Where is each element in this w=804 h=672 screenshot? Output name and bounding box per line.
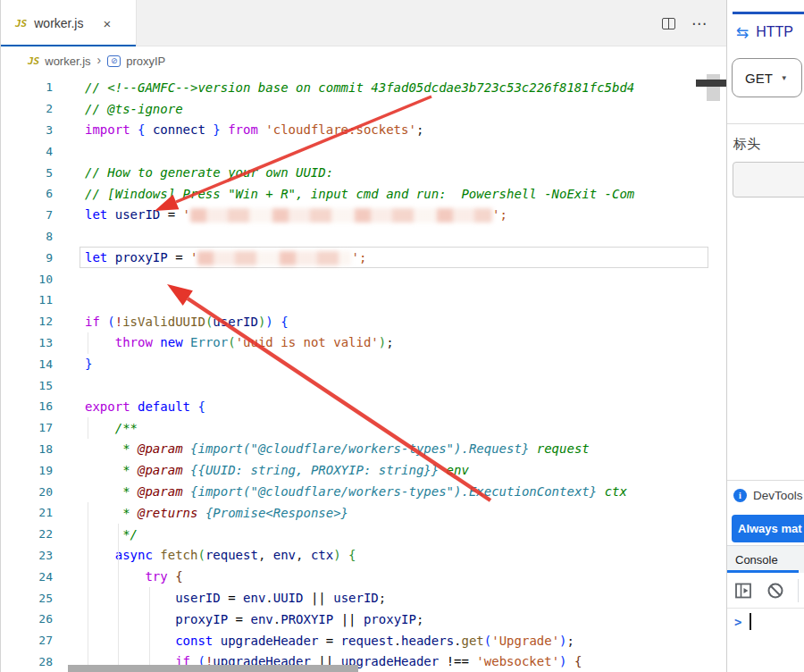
- code-line[interactable]: 14}: [1, 353, 726, 374]
- line-number: 2: [1, 102, 53, 115]
- line-number: 5: [1, 166, 53, 180]
- code-line[interactable]: 9let proxyIP = '';: [1, 247, 726, 268]
- code-line[interactable]: 18 * @param {import("@cloudflare/workers…: [1, 439, 726, 460]
- line-number: 4: [1, 145, 53, 158]
- swap-arrows-icon: ⇆: [736, 25, 749, 40]
- info-icon: i: [733, 489, 747, 502]
- line-number: 6: [1, 187, 53, 200]
- window: JS worker.js × ⋯ JS worker.js › ⊘ proxyI…: [0, 0, 804, 672]
- console-text-cursor: [750, 613, 751, 630]
- line-number: 26: [1, 612, 53, 626]
- tab-close-icon[interactable]: ×: [103, 16, 111, 31]
- code-line[interactable]: 24 try {: [1, 566, 726, 587]
- code-line[interactable]: 12if (!isValidUUID(userID)) {: [1, 311, 726, 332]
- console-tab-bar: Console: [727, 545, 804, 573]
- more-actions-icon[interactable]: ⋯: [691, 16, 707, 31]
- code-line[interactable]: 3import { connect } from 'cloudflare:soc…: [1, 120, 726, 141]
- code-text: proxyIP = env.PROXYIP || proxyIP;: [85, 612, 423, 626]
- line-number: 22: [1, 527, 53, 541]
- redacted-value: [197, 251, 351, 265]
- code-line[interactable]: 2// @ts-ignore: [1, 98, 726, 120]
- line-number: 17: [1, 421, 53, 434]
- code-line[interactable]: 4: [1, 140, 726, 162]
- vertical-scrollbar-thumb[interactable]: [707, 74, 720, 101]
- redacted-value: [190, 208, 492, 223]
- code-text: // <!--GAMFC-->version base on commit 43…: [85, 80, 634, 95]
- code-text: let userID = '';: [85, 207, 507, 223]
- code-text: const upgradeHeader = request.headers.ge…: [85, 634, 574, 648]
- code-line[interactable]: 23 async fetch(request, env, ctx) {: [1, 545, 726, 567]
- line-number: 19: [1, 464, 53, 477]
- code-text: // [Windows] Press "Win + R", input cmd …: [85, 187, 634, 201]
- tab-title: worker.js: [34, 16, 83, 30]
- clear-console-icon[interactable]: [766, 582, 784, 600]
- line-number: 8: [1, 230, 53, 243]
- code-text: * @param {import("@cloudflare/workers-ty…: [85, 441, 590, 456]
- line-number: 9: [1, 251, 53, 265]
- http-panel-header: ⇆ HTTP: [736, 24, 793, 40]
- headers-input[interactable]: [733, 162, 804, 197]
- code-line[interactable]: 7let userID = '';: [1, 205, 726, 226]
- breadcrumb-file[interactable]: worker.js: [45, 55, 90, 68]
- code-text: */: [85, 527, 138, 542]
- code-text: }: [85, 357, 92, 371]
- code-text: // @ts-ignore: [85, 102, 183, 116]
- console-prompt[interactable]: >: [734, 613, 751, 630]
- breadcrumb-symbol[interactable]: proxyIP: [126, 55, 165, 68]
- code-line[interactable]: 21 * @returns {Promise<Response>}: [1, 502, 726, 524]
- line-number: 15: [1, 379, 53, 392]
- code-line[interactable]: 27 const upgradeHeader = request.headers…: [1, 630, 726, 651]
- line-number: 14: [1, 357, 53, 371]
- line-number: 13: [1, 336, 53, 349]
- editor-actions: ⋯: [662, 0, 707, 46]
- code-line[interactable]: 10: [1, 268, 726, 290]
- code-line[interactable]: 22 */: [1, 524, 726, 545]
- line-number: 12: [1, 315, 53, 328]
- breadcrumb: JS worker.js › ⊘ proxyIP: [1, 46, 726, 75]
- always-match-button[interactable]: Always mat: [732, 515, 804, 542]
- line-number: 21: [1, 506, 53, 519]
- line-number: 23: [1, 549, 53, 562]
- horizontal-scrollbar-thumb[interactable]: [68, 665, 358, 672]
- tab-console[interactable]: Console: [727, 553, 778, 567]
- code-line[interactable]: 26 proxyIP = env.PROXYIP || proxyIP;: [1, 609, 726, 630]
- line-number: 3: [1, 123, 53, 137]
- http-panel-title: HTTP: [756, 24, 793, 40]
- symbol-variable-icon: ⊘: [107, 55, 121, 67]
- code-line[interactable]: 11: [1, 290, 726, 311]
- chevron-down-icon: ▼: [781, 74, 788, 82]
- code-text: * @param {{UUID: string, PROXYIP: string…: [85, 463, 469, 477]
- line-number: 28: [1, 655, 53, 668]
- code-line[interactable]: 16export default {: [1, 396, 726, 417]
- code-line[interactable]: 1// <!--GAMFC-->version base on commit 4…: [1, 77, 726, 98]
- code-line[interactable]: 19 * @param {{UUID: string, PROXYIP: str…: [1, 459, 726, 481]
- dock-side-panel-icon[interactable]: [733, 581, 753, 601]
- code-text: import { connect } from 'cloudflare:sock…: [85, 122, 423, 137]
- tab-workerjs[interactable]: JS worker.js ×: [1, 0, 137, 46]
- line-number: 16: [1, 399, 53, 413]
- js-file-icon: JS: [15, 18, 27, 29]
- code-line[interactable]: 17 /**: [1, 417, 726, 439]
- headers-label: 标头: [733, 136, 760, 153]
- devtools-divider: [727, 480, 804, 481]
- overview-ruler-marker: [696, 80, 726, 87]
- devtools-notice-text: DevTools: [753, 489, 803, 502]
- code-text: async fetch(request, env, ctx) {: [85, 548, 356, 562]
- code-text: // How to generate your own UUID:: [85, 165, 333, 180]
- code-line[interactable]: 5// How to generate your own UUID:: [1, 162, 726, 183]
- code-line[interactable]: 13 throw new Error('uuid is not valid');: [1, 332, 726, 354]
- line-number: 27: [1, 634, 53, 647]
- split-editor-icon[interactable]: [662, 18, 675, 29]
- code-line[interactable]: 15: [1, 374, 726, 396]
- code-area[interactable]: 1// <!--GAMFC-->version base on commit 4…: [1, 75, 726, 672]
- method-value: GET: [745, 71, 773, 86]
- code-line[interactable]: 20 * @param {import("@cloudflare/workers…: [1, 481, 726, 502]
- code-line[interactable]: 8: [1, 226, 726, 248]
- method-dropdown[interactable]: GET ▼: [732, 58, 802, 97]
- code-text: throw new Error('uuid is not valid');: [85, 335, 394, 349]
- code-text: let proxyIP = '';: [85, 250, 366, 265]
- line-number: 10: [1, 273, 53, 286]
- line-number: 25: [1, 592, 53, 605]
- code-line[interactable]: 6// [Windows] Press "Win + R", input cmd…: [1, 183, 726, 205]
- code-line[interactable]: 25 userID = env.UUID || userID;: [1, 587, 726, 609]
